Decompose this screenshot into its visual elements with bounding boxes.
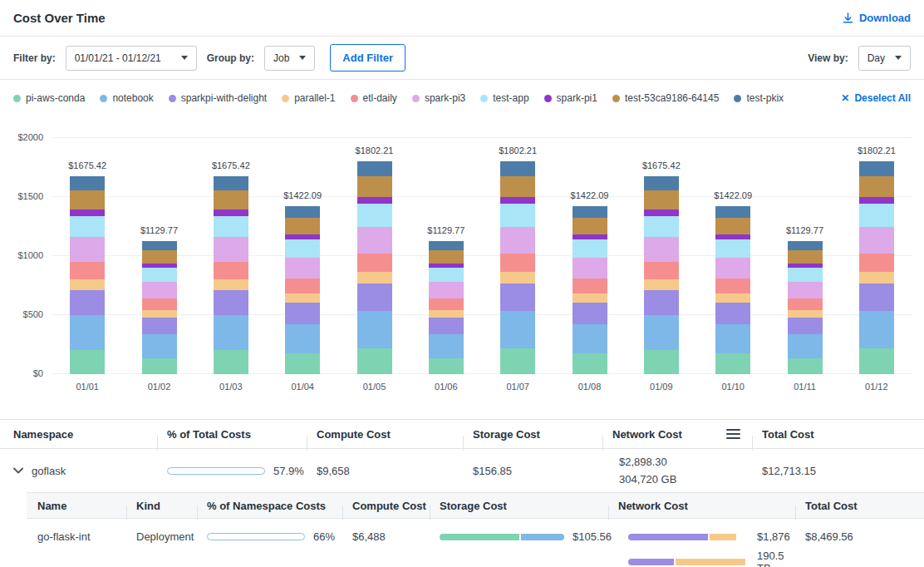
bar-total-label: $1675.42: [628, 160, 695, 170]
namespace-expander[interactable]: goflask: [0, 465, 157, 477]
bar-segment-pi-aws-conda: [357, 348, 392, 374]
chart-bar-01/08[interactable]: [573, 206, 607, 374]
col-pct-namespace-costs: % of Namespace Costs: [197, 500, 342, 512]
bar-segment-sparkpi-with-delight: [429, 318, 464, 335]
bar-segment-spark-pi3: [788, 282, 823, 298]
bar-segment-etl-daily: [500, 254, 535, 272]
bar-segment-sparkpi-with-delight: [357, 284, 392, 311]
bar-segment: [628, 534, 708, 540]
bar-segment-test-app: [500, 204, 535, 227]
namespace-table-header: Namespace % of Total Costs Compute Cost …: [0, 419, 924, 449]
bar-segment-test-pkix: [859, 161, 894, 176]
bar-segment-pi-aws-conda: [142, 358, 177, 374]
bar-segment-pi-aws-conda: [70, 350, 105, 374]
bar-segment-pi-aws-conda: [788, 358, 823, 374]
x-axis-tick-label: 01/03: [206, 382, 256, 392]
add-filter-button[interactable]: Add Filter: [330, 44, 405, 71]
legend-item-etl-daily[interactable]: etl-daily: [351, 92, 397, 104]
bar-segment-test-pkix: [644, 176, 679, 190]
legend-dot: [351, 95, 358, 102]
legend-dot: [612, 95, 620, 102]
bar-segment-pi-aws-conda: [859, 348, 894, 374]
table-row: go-flask-int Deployment 66% $6,488 $105.…: [27, 519, 924, 567]
legend-item-test-53ca9186-64145[interactable]: test-53ca9186-64145: [612, 92, 719, 104]
legend-item-pi-aws-conda[interactable]: pi-aws-conda: [13, 92, 85, 104]
col-name: Name: [27, 500, 126, 512]
bar-segment-etl-daily: [142, 298, 177, 310]
bar-segment-sparkpi-with-delight: [70, 290, 105, 316]
x-axis-tick-label: 01/11: [780, 382, 830, 392]
bar-segment-parallel-1: [788, 310, 823, 318]
legend-label: test-53ca9186-64145: [625, 92, 719, 104]
page-header: Cost Over Time Download: [0, 0, 924, 37]
view-by-select[interactable]: Day: [858, 46, 911, 71]
bar-segment-spark-pi3: [70, 237, 105, 262]
bar-segment-spark-pi3: [285, 258, 320, 279]
chart-plot-area: $1675.42$1129.77$1675.42$1422.09$1802.21…: [52, 138, 912, 374]
chart-bar-01/09[interactable]: [644, 176, 679, 374]
network-usage-bar: [628, 559, 749, 565]
bar-segment-test-53ca9186-64145: [142, 250, 177, 264]
chart-bar-01/02[interactable]: [142, 241, 177, 374]
legend-item-test-pkix[interactable]: test-pkix: [734, 92, 784, 104]
legend-item-notebook[interactable]: notebook: [100, 92, 153, 104]
date-range-select[interactable]: 01/01/21 - 01/12/21: [66, 46, 197, 71]
bar-segment-pi-aws-conda: [573, 353, 607, 374]
x-axis-tick-label: 01/09: [636, 382, 686, 392]
chart-bar-01/11[interactable]: [788, 241, 823, 374]
bar-segment-test-app: [285, 239, 320, 258]
bar-total-label: $1802.21: [843, 145, 910, 155]
col-network-cost: Network Cost: [608, 500, 795, 512]
workloads-header: Name Kind % of Namespace Costs Compute C…: [27, 492, 924, 519]
group-by-select[interactable]: Job: [264, 46, 315, 71]
cost-over-time-chart: $1675.42$1129.77$1675.42$1422.09$1802.21…: [0, 116, 924, 406]
bar-segment-parallel-1: [644, 279, 679, 290]
col-storage-cost: Storage Cost: [463, 428, 602, 441]
chart-bar-01/05[interactable]: [357, 161, 392, 374]
download-button[interactable]: Download: [842, 12, 911, 24]
col-network-cost: Network Cost: [602, 428, 752, 441]
y-axis-tick-label: $1500: [0, 191, 43, 201]
col-storage-cost: Storage Cost: [430, 500, 608, 512]
chart-bar-01/03[interactable]: [214, 176, 248, 374]
bar-total-label: $1802.21: [342, 145, 408, 155]
bar-segment-sparkpi-with-delight: [214, 290, 248, 316]
table-row: goflask 57.9% $9,658 $156.85 $2,898.30 3…: [0, 449, 924, 492]
deselect-all-button[interactable]: ✕ Deselect All: [841, 92, 911, 104]
storage-cost-value: $156.85: [463, 465, 602, 477]
legend-item-spark-pi3[interactable]: spark-pi3: [412, 92, 465, 104]
bar-segment-test-53ca9186-64145: [573, 218, 607, 234]
chart-bar-01/10[interactable]: [715, 206, 750, 374]
bar-segment-sparkpi-with-delight: [715, 303, 750, 324]
chart-bar-01/12[interactable]: [859, 161, 894, 374]
bar-segment-parallel-1: [573, 293, 607, 303]
chart-bar-01/06[interactable]: [429, 241, 464, 374]
chart-bar-01/04[interactable]: [285, 206, 320, 374]
legend-label: pi-aws-conda: [26, 92, 85, 104]
legend-item-test-app[interactable]: test-app: [480, 92, 528, 104]
chart-bar-01/01[interactable]: [70, 176, 105, 374]
bar-segment-etl-daily: [429, 298, 464, 310]
bar-segment-spark-pi3: [500, 227, 535, 254]
column-menu-icon[interactable]: [726, 429, 740, 439]
bar-total-label: $1422.09: [557, 190, 623, 200]
bar-segment-pi-aws-conda: [429, 358, 464, 374]
pct-total-costs-cell: 57.9%: [157, 465, 307, 477]
bar-segment-spark-pi1: [214, 210, 248, 216]
storage-cost-cell: $105.56: [430, 530, 608, 543]
bar-segment-etl-daily: [285, 279, 320, 293]
bar-segment-notebook: [429, 334, 464, 357]
legend-item-spark-pi1[interactable]: spark-pi1: [544, 92, 597, 104]
bar-segment-notebook: [859, 311, 894, 348]
workload-name[interactable]: go-flask-int: [27, 530, 126, 543]
gridline: [52, 196, 912, 197]
legend-item-parallel-1[interactable]: parallel-1: [282, 92, 335, 104]
bar-segment-sparkpi-with-delight: [500, 284, 535, 311]
legend-dot: [100, 95, 107, 102]
legend-item-sparkpi-with-delight[interactable]: sparkpi-with-delight: [169, 92, 267, 104]
chart-bar-01/07[interactable]: [500, 161, 535, 374]
total-cost-value: $12,713.15: [752, 465, 924, 477]
total-cost-value: $8,469.56: [795, 530, 924, 543]
bar-segment-test-app: [859, 204, 894, 227]
date-range-value: 01/01/21 - 01/12/21: [75, 52, 161, 64]
